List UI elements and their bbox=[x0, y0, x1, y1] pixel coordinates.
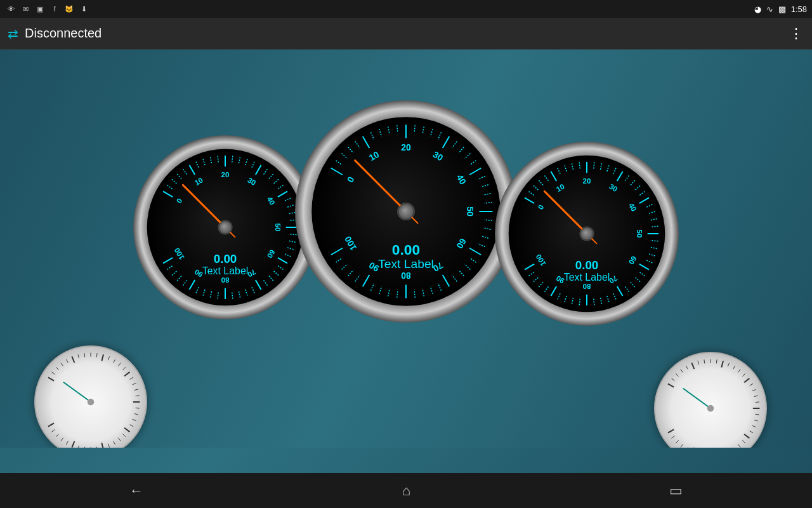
status-left: 👁 ✉ ▣ f 🐱 ⬇ bbox=[5, 3, 89, 15]
app-bar-left: ⇄ Disconnected bbox=[8, 26, 102, 41]
battery-icon: ▩ bbox=[778, 4, 786, 14]
cat-icon: 🐱 bbox=[63, 3, 75, 15]
recents-button[interactable]: ▭ bbox=[657, 478, 695, 504]
status-right: ◕ ∿ ▩ 1:58 bbox=[754, 4, 807, 14]
disconnect-icon: ⇄ bbox=[8, 26, 18, 41]
mail-icon: ✉ bbox=[20, 3, 31, 15]
status-bar: 👁 ✉ ▣ f 🐱 ⬇ ◕ ∿ ▩ 1:58 bbox=[0, 0, 812, 18]
home-button[interactable]: ⌂ bbox=[390, 478, 423, 504]
status-icons: 👁 ✉ ▣ f 🐱 ⬇ bbox=[5, 3, 89, 15]
nav-bar: ← ⌂ ▭ bbox=[0, 473, 812, 508]
app-title: Disconnected bbox=[25, 26, 102, 41]
main-content bbox=[0, 50, 812, 473]
fb-icon: f bbox=[49, 3, 60, 15]
eye-icon: 👁 bbox=[5, 3, 16, 15]
wifi-icon: ∿ bbox=[766, 4, 773, 14]
back-button[interactable]: ← bbox=[117, 478, 156, 504]
clock: 1:58 bbox=[791, 4, 807, 14]
dash-icon: ▣ bbox=[34, 3, 46, 15]
bluetooth-icon: ◕ bbox=[754, 4, 761, 14]
gauge-canvas bbox=[0, 50, 812, 448]
app-bar: ⇄ Disconnected ⋮ bbox=[0, 18, 812, 50]
menu-button[interactable]: ⋮ bbox=[789, 25, 804, 42]
download-icon: ⬇ bbox=[78, 3, 89, 15]
